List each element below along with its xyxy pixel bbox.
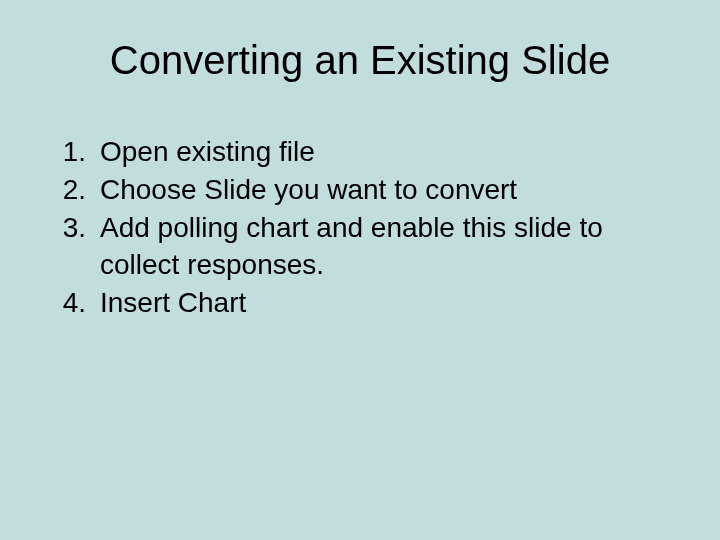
list-item: 1. Open existing file — [50, 133, 690, 171]
list-number: 1. — [50, 133, 100, 171]
list-number: 4. — [50, 284, 100, 322]
slide-title: Converting an Existing Slide — [30, 38, 690, 83]
list-text: Add polling chart and enable this slide … — [100, 209, 690, 285]
list-number: 3. — [50, 209, 100, 247]
slide-container: Converting an Existing Slide 1. Open exi… — [0, 0, 720, 540]
list-text: Open existing file — [100, 133, 690, 171]
list-item: 3. Add polling chart and enable this sli… — [50, 209, 690, 285]
list-text: Choose Slide you want to convert — [100, 171, 690, 209]
list-text: Insert Chart — [100, 284, 690, 322]
list-number: 2. — [50, 171, 100, 209]
step-list: 1. Open existing file 2. Choose Slide yo… — [30, 133, 690, 322]
list-item: 4. Insert Chart — [50, 284, 690, 322]
list-item: 2. Choose Slide you want to convert — [50, 171, 690, 209]
